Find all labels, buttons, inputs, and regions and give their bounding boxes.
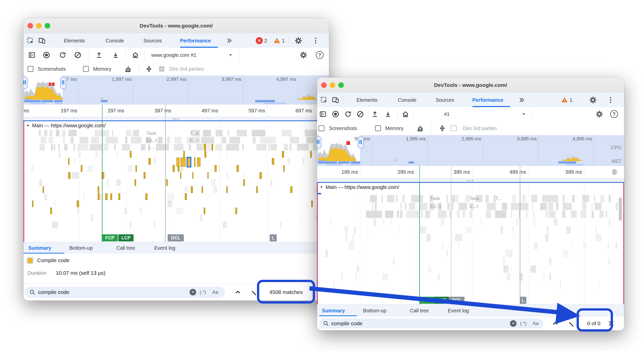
flame-event[interactable]: [583, 242, 586, 249]
flame-event[interactable]: [486, 211, 491, 218]
flame-event[interactable]: [91, 215, 93, 221]
dim-3rd-parties-checkbox[interactable]: [159, 66, 164, 72]
search-match-highlight[interactable]: [290, 186, 292, 193]
flame-event[interactable]: [517, 218, 518, 226]
flame-event[interactable]: [374, 218, 376, 226]
flame-event[interactable]: [140, 208, 142, 214]
tab-elements[interactable]: Elements: [356, 97, 377, 103]
search-match-highlight[interactable]: [215, 165, 217, 172]
tab-sources[interactable]: Sources: [143, 38, 162, 43]
flame-event[interactable]: [130, 222, 131, 228]
flame-event[interactable]: [534, 218, 535, 226]
flame-event[interactable]: [446, 250, 448, 257]
flame-event[interactable]: [207, 144, 211, 151]
flame-event[interactable]: [512, 195, 516, 202]
flame-event[interactable]: [375, 203, 377, 210]
flame-event[interactable]: [94, 130, 109, 136]
flame-event[interactable]: [609, 195, 611, 202]
clear-recording-button[interactable]: [356, 110, 364, 118]
flame-event[interactable]: [396, 195, 398, 202]
flame-event[interactable]: [458, 242, 459, 249]
search-match-highlight[interactable]: [130, 151, 132, 158]
details-tab-call-tree[interactable]: Call tree: [116, 245, 135, 251]
minimap-left-handle[interactable]: [317, 136, 321, 148]
flame-event[interactable]: [469, 211, 472, 218]
flame-event[interactable]: [442, 242, 444, 249]
collect-garbage-icon[interactable]: [124, 65, 132, 73]
flame-event[interactable]: [405, 203, 406, 210]
search-match-highlight[interactable]: [197, 158, 200, 167]
flame-event[interactable]: [189, 144, 191, 151]
flame-event[interactable]: [58, 144, 60, 151]
overview-scrollbar-dot[interactable]: [612, 169, 617, 175]
select-caret-icon[interactable]: [228, 53, 233, 57]
history-select-value[interactable]: #1: [444, 111, 450, 117]
flame-event[interactable]: [330, 218, 332, 226]
flame-event[interactable]: [306, 137, 317, 143]
search-match-highlight[interactable]: [98, 193, 99, 200]
flame-event[interactable]: [156, 144, 169, 151]
flame-event[interactable]: [216, 130, 223, 136]
flame-event[interactable]: [549, 273, 551, 281]
previous-match-icon[interactable]: [551, 320, 559, 327]
flame-event[interactable]: [201, 137, 214, 143]
flame-event[interactable]: [608, 258, 609, 265]
search-match-highlight[interactable]: [204, 144, 206, 151]
disclosure-triangle-icon[interactable]: [26, 124, 30, 128]
reload-and-record-button[interactable]: [59, 51, 66, 59]
search-match-highlight[interactable]: [191, 186, 193, 193]
settings-gear-icon[interactable]: [589, 96, 597, 104]
help-icon[interactable]: ?: [610, 110, 618, 118]
flame-event[interactable]: [533, 211, 534, 218]
flame-event[interactable]: [372, 203, 373, 210]
flame-event[interactable]: [268, 144, 270, 151]
flame-event[interactable]: [566, 226, 571, 234]
flame-event[interactable]: [572, 195, 575, 202]
flame-event[interactable]: [600, 211, 604, 218]
flame-event[interactable]: [72, 172, 79, 179]
search-match-highlight[interactable]: [243, 179, 245, 186]
flame-event[interactable]: [411, 195, 423, 202]
flame-event[interactable]: [345, 226, 348, 234]
flame-event[interactable]: [495, 211, 506, 218]
flame-event[interactable]: [80, 137, 88, 143]
previous-match-icon[interactable]: [234, 288, 242, 296]
flame-event[interactable]: [126, 130, 131, 136]
flame-event[interactable]: [540, 203, 547, 210]
flame-event[interactable]: [78, 208, 79, 214]
flame-event[interactable]: [141, 144, 146, 151]
flame-event[interactable]: [554, 218, 557, 226]
flame-event[interactable]: [534, 242, 538, 249]
flame-event[interactable]: [326, 250, 327, 257]
screenshots-checkbox[interactable]: [319, 125, 324, 131]
live-metrics-icon[interactable]: [132, 51, 139, 59]
search-match-highlight[interactable]: [237, 165, 239, 172]
tab-sources[interactable]: Sources: [436, 97, 454, 103]
search-match-highlight[interactable]: [144, 172, 145, 179]
search-match-highlight[interactable]: [118, 193, 120, 200]
flame-event[interactable]: [229, 137, 240, 143]
memory-checkbox[interactable]: [83, 66, 89, 72]
flame-event[interactable]: [420, 203, 427, 210]
flame-event[interactable]: [457, 211, 460, 218]
search-match-highlight[interactable]: [204, 208, 205, 214]
flame-event[interactable]: [125, 137, 127, 143]
regex-toggle[interactable]: (.*): [200, 289, 206, 295]
flame-event[interactable]: [420, 226, 426, 234]
search-query-text[interactable]: compile code: [331, 320, 363, 327]
flame-event[interactable]: [387, 195, 394, 202]
flame-event[interactable]: [124, 208, 127, 214]
flame-event[interactable]: [571, 242, 572, 249]
flame-event[interactable]: [398, 226, 399, 234]
flame-event[interactable]: [556, 203, 558, 210]
flame-event[interactable]: [531, 195, 537, 202]
flame-event[interactable]: [223, 222, 227, 228]
window-titlebar[interactable]: DevTools - www.google.com/: [317, 78, 624, 93]
flame-event[interactable]: [562, 211, 565, 218]
flame-event[interactable]: [441, 218, 444, 226]
flame-event[interactable]: [131, 137, 141, 143]
flame-event[interactable]: [546, 211, 548, 218]
shortcuts-dialog-icon[interactable]: [145, 65, 153, 73]
flame-event[interactable]: [48, 137, 53, 143]
flame-event[interactable]: [74, 158, 75, 165]
